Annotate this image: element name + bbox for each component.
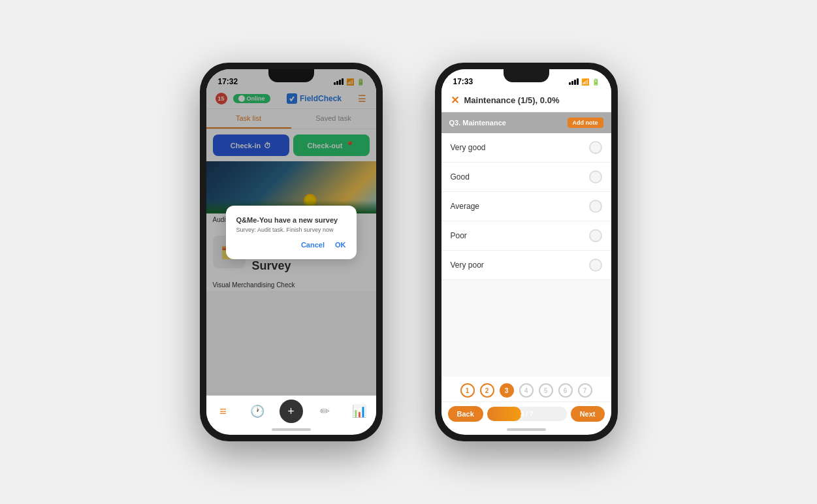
option-label-very-good: Very good bbox=[451, 143, 486, 152]
phone-1: 17:32 📶 🔋 15 Online bbox=[200, 63, 383, 441]
radio-very-good[interactable] bbox=[589, 141, 602, 154]
bar-chart-icon: 📊 bbox=[352, 404, 366, 418]
dialog-overlay: Q&Me-You have a new survey Survey: Audit… bbox=[206, 69, 376, 396]
home-indicator-2 bbox=[507, 428, 546, 431]
question-label: Q3. Maintenance bbox=[449, 119, 506, 127]
signal-bar-2-1 bbox=[569, 82, 571, 85]
page-6[interactable]: 6 bbox=[558, 383, 573, 398]
nav-tasklist-icon[interactable]: ≡ bbox=[206, 400, 240, 423]
dialog-title: Q&Me-You have a new survey bbox=[236, 216, 346, 224]
nav-bar-bottom: Back 3 / 7 Next bbox=[441, 402, 611, 426]
phone-1-screen: 17:32 📶 🔋 15 Online bbox=[206, 69, 376, 435]
page-3[interactable]: 3 bbox=[500, 383, 514, 398]
status-icons-2: 📶 🔋 bbox=[569, 78, 600, 86]
radio-good[interactable] bbox=[589, 170, 602, 183]
dialog-ok-button[interactable]: OK bbox=[335, 241, 346, 249]
radio-poor[interactable] bbox=[589, 229, 602, 242]
options-list: Very good Good Average Poor Very poor bbox=[441, 133, 611, 280]
progress-bar: 3 / 7 bbox=[487, 407, 567, 421]
option-label-average: Average bbox=[451, 202, 479, 211]
header-title: Maintenance (1/5), 0.0% bbox=[464, 95, 560, 105]
signal-bar-2-4 bbox=[577, 78, 579, 85]
nav-history-icon[interactable]: 🕐 bbox=[240, 400, 274, 423]
page-4[interactable]: 4 bbox=[519, 383, 534, 398]
page-2[interactable]: 2 bbox=[480, 383, 494, 398]
phone2-header: ✕ Maintenance (1/5), 0.0% bbox=[441, 89, 611, 112]
battery-icon-2: 🔋 bbox=[592, 78, 600, 86]
phone-notch-2 bbox=[504, 69, 549, 82]
signal-bars-2 bbox=[569, 78, 579, 85]
nav-add-button[interactable]: + bbox=[274, 400, 308, 423]
question-section: Q3. Maintenance Add note bbox=[441, 112, 611, 133]
next-button[interactable]: Next bbox=[571, 406, 605, 422]
option-average[interactable]: Average bbox=[441, 192, 611, 221]
dialog-buttons: Cancel OK bbox=[236, 241, 346, 249]
phone-2-screen: 17:33 📶 🔋 ✕ Maintenance (1/5), 0.0% Q3. … bbox=[441, 69, 611, 435]
option-very-poor[interactable]: Very poor bbox=[441, 251, 611, 280]
signal-bar-2-2 bbox=[571, 81, 573, 85]
option-poor[interactable]: Poor bbox=[441, 221, 611, 251]
dialog-cancel-button[interactable]: Cancel bbox=[301, 241, 325, 249]
pencil-icon: ✏ bbox=[320, 404, 330, 418]
progress-fill bbox=[487, 407, 521, 421]
option-label-very-poor: Very poor bbox=[451, 260, 484, 270]
signal-bar-2-3 bbox=[574, 80, 576, 85]
bottom-nav-1: ≡ 🕐 + ✏ 📊 bbox=[206, 394, 376, 426]
option-good[interactable]: Good bbox=[441, 163, 611, 192]
nav-edit-icon[interactable]: ✏ bbox=[308, 400, 342, 423]
page-1[interactable]: 1 bbox=[460, 383, 475, 398]
option-label-good: Good bbox=[451, 172, 470, 181]
radio-average[interactable] bbox=[589, 200, 602, 213]
radio-very-poor[interactable] bbox=[589, 259, 602, 272]
list-icon: ≡ bbox=[219, 405, 227, 418]
phone-2: 17:33 📶 🔋 ✕ Maintenance (1/5), 0.0% Q3. … bbox=[435, 63, 618, 441]
page-5[interactable]: 5 bbox=[539, 383, 553, 398]
pagination: 1 2 3 4 5 6 7 bbox=[441, 377, 611, 402]
option-very-good[interactable]: Very good bbox=[441, 133, 611, 163]
nav-stats-icon[interactable]: 📊 bbox=[342, 400, 376, 423]
add-note-button[interactable]: Add note bbox=[568, 118, 603, 128]
clock-icon: 🕐 bbox=[250, 404, 264, 418]
add-circle-icon: + bbox=[280, 400, 303, 423]
home-indicator-1 bbox=[272, 428, 311, 431]
page-7[interactable]: 7 bbox=[578, 383, 592, 398]
dialog-box: Q&Me-You have a new survey Survey: Audit… bbox=[226, 206, 357, 259]
progress-label: 3 / 7 bbox=[521, 411, 533, 418]
close-button[interactable]: ✕ bbox=[451, 94, 459, 106]
option-label-poor: Poor bbox=[451, 231, 467, 240]
dialog-body: Survey: Audit task. Finish survey now bbox=[236, 227, 346, 233]
back-button[interactable]: Back bbox=[448, 406, 483, 422]
wifi-icon-2: 📶 bbox=[581, 78, 589, 86]
time-2: 17:33 bbox=[453, 77, 473, 86]
